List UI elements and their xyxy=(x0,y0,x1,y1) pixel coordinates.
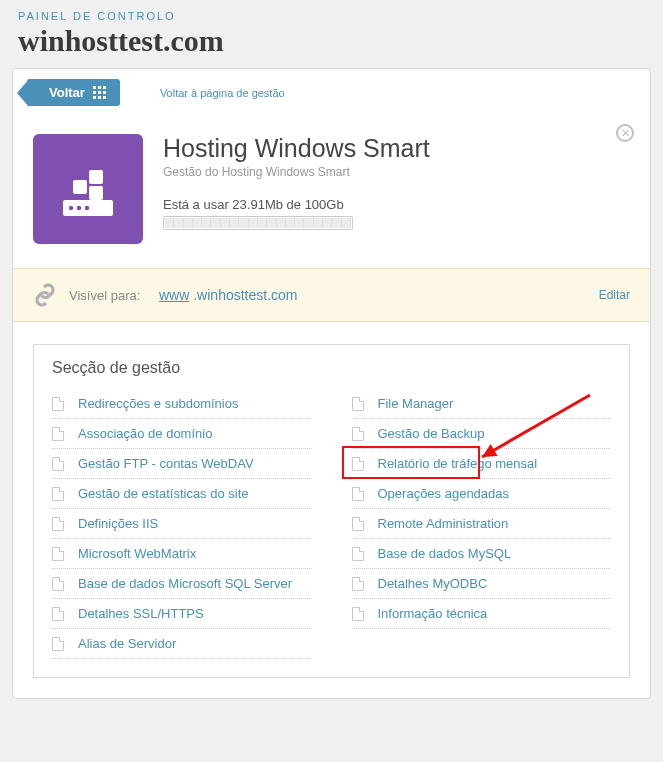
document-icon xyxy=(52,577,64,591)
mgmt-link[interactable]: Gestão de Backup xyxy=(378,426,485,441)
mgmt-item-left-5[interactable]: Microsoft WebMatrix xyxy=(52,539,312,569)
mgmt-link[interactable]: Relatório de tráfego mensal xyxy=(378,456,538,471)
document-icon xyxy=(52,607,64,621)
mgmt-link[interactable]: Associação de domínio xyxy=(78,426,212,441)
hosting-product-icon xyxy=(33,134,143,244)
mgmt-item-left-3[interactable]: Gestão de estatísticas do site xyxy=(52,479,312,509)
mgmt-link[interactable]: Redirecções e subdomínios xyxy=(78,396,238,411)
svg-rect-6 xyxy=(89,186,103,200)
management-title: Secção de gestão xyxy=(52,359,611,377)
management-col-left: Redirecções e subdomíniosAssociação de d… xyxy=(52,389,312,659)
mgmt-link[interactable]: Definições IIS xyxy=(78,516,158,531)
mgmt-item-right-3[interactable]: Operações agendadas xyxy=(352,479,612,509)
mgmt-item-right-2[interactable]: Relatório de tráfego mensal xyxy=(352,449,612,479)
close-icon[interactable]: ✕ xyxy=(616,124,634,142)
mgmt-link[interactable]: Gestão FTP - contas WebDAV xyxy=(78,456,254,471)
mgmt-item-left-2[interactable]: Gestão FTP - contas WebDAV xyxy=(52,449,312,479)
main-panel: Voltar Voltar à página de gestão ✕ xyxy=(12,68,651,699)
usage-progress-bar xyxy=(163,216,353,230)
visible-url[interactable]: www .winhosttest.com xyxy=(159,287,298,303)
mgmt-link[interactable]: Detalhes SSL/HTTPS xyxy=(78,606,204,621)
mgmt-link[interactable]: File Manager xyxy=(378,396,454,411)
hosting-title: Hosting Windows Smart xyxy=(163,134,630,163)
document-icon xyxy=(52,457,64,471)
document-icon xyxy=(352,397,364,411)
mgmt-item-right-7[interactable]: Informação técnica xyxy=(352,599,612,629)
svg-rect-4 xyxy=(73,180,87,194)
grid-icon xyxy=(93,86,106,99)
document-icon xyxy=(52,487,64,501)
mgmt-link[interactable]: Gestão de estatísticas do site xyxy=(78,486,249,501)
document-icon xyxy=(52,427,64,441)
document-icon xyxy=(52,637,64,651)
svg-point-1 xyxy=(69,206,73,210)
visible-label: Visível para: xyxy=(69,288,159,303)
mgmt-item-right-5[interactable]: Base de dados MySQL xyxy=(352,539,612,569)
hosting-header: ✕ Hosting Windows Smart Gestão do Hostin… xyxy=(13,116,650,268)
document-icon xyxy=(352,517,364,531)
mgmt-link[interactable]: Remote Administration xyxy=(378,516,509,531)
mgmt-link[interactable]: Alias de Servidor xyxy=(78,636,176,651)
document-icon xyxy=(352,457,364,471)
document-icon xyxy=(52,547,64,561)
mgmt-item-right-0[interactable]: File Manager xyxy=(352,389,612,419)
back-to-management-link[interactable]: Voltar à página de gestão xyxy=(160,87,285,99)
top-bar: Voltar Voltar à página de gestão xyxy=(13,69,650,116)
document-icon xyxy=(52,397,64,411)
mgmt-item-left-4[interactable]: Definições IIS xyxy=(52,509,312,539)
mgmt-item-left-1[interactable]: Associação de domínio xyxy=(52,419,312,449)
mgmt-link[interactable]: Base de dados MySQL xyxy=(378,546,512,561)
back-label: Voltar xyxy=(49,85,85,100)
mgmt-link[interactable]: Detalhes MyODBC xyxy=(378,576,488,591)
svg-point-2 xyxy=(77,206,81,210)
link-icon xyxy=(33,283,57,307)
document-icon xyxy=(352,427,364,441)
edit-link[interactable]: Editar xyxy=(599,288,630,302)
mgmt-item-right-4[interactable]: Remote Administration xyxy=(352,509,612,539)
document-icon xyxy=(52,517,64,531)
page-title: winhosttest.com xyxy=(0,24,663,68)
document-icon xyxy=(352,607,364,621)
back-button[interactable]: Voltar xyxy=(27,79,120,106)
mgmt-link[interactable]: Operações agendadas xyxy=(378,486,510,501)
document-icon xyxy=(352,547,364,561)
mgmt-item-left-8[interactable]: Alias de Servidor xyxy=(52,629,312,659)
mgmt-link[interactable]: Informação técnica xyxy=(378,606,488,621)
visible-for-bar: Visível para: www .winhosttest.com Edita… xyxy=(13,268,650,322)
document-icon xyxy=(352,577,364,591)
mgmt-item-left-0[interactable]: Redirecções e subdomínios xyxy=(52,389,312,419)
mgmt-item-left-6[interactable]: Base de dados Microsoft SQL Server xyxy=(52,569,312,599)
management-section: Secção de gestão Redirecções e subdomíni… xyxy=(33,344,630,678)
mgmt-item-left-7[interactable]: Detalhes SSL/HTTPS xyxy=(52,599,312,629)
document-icon xyxy=(352,487,364,501)
management-col-right: File ManagerGestão de BackupRelatório de… xyxy=(352,389,612,659)
hosting-subtitle: Gestão do Hosting Windows Smart xyxy=(163,165,630,179)
svg-point-3 xyxy=(85,206,89,210)
mgmt-link[interactable]: Microsoft WebMatrix xyxy=(78,546,196,561)
mgmt-item-right-6[interactable]: Detalhes MyODBC xyxy=(352,569,612,599)
svg-rect-5 xyxy=(89,170,103,184)
mgmt-link[interactable]: Base de dados Microsoft SQL Server xyxy=(78,576,292,591)
breadcrumb: PAINEL DE CONTROLO xyxy=(0,0,663,24)
usage-text: Está a usar 23.91Mb de 100Gb xyxy=(163,197,630,212)
mgmt-item-right-1[interactable]: Gestão de Backup xyxy=(352,419,612,449)
